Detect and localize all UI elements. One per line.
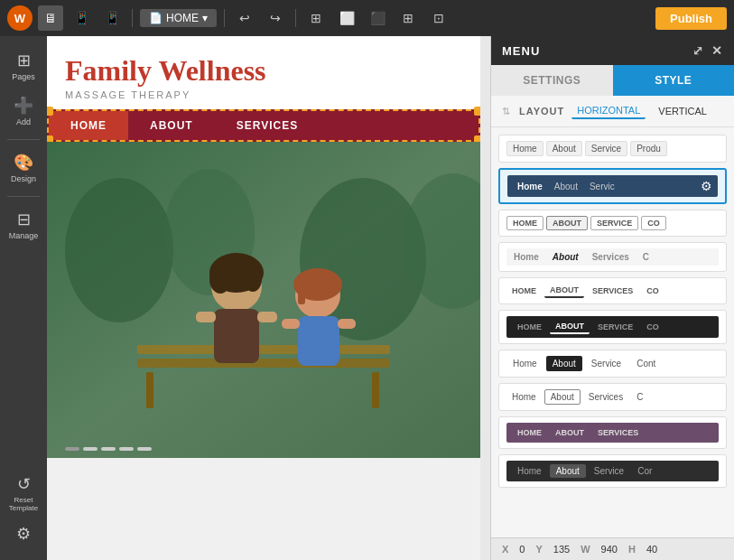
- dot-2[interactable]: [83, 447, 98, 451]
- style4-home: Home: [508, 250, 544, 264]
- style8-home: Home: [506, 390, 542, 404]
- style-option-1[interactable]: Home About Service Produ: [498, 135, 727, 163]
- sidebar-item-manage[interactable]: ⊟ Manage: [4, 204, 43, 246]
- publish-button[interactable]: Publish: [655, 7, 727, 30]
- sidebar-item-add[interactable]: ➕ Add: [4, 90, 43, 132]
- sidebar-item-pages[interactable]: ⊞ Pages: [4, 45, 43, 87]
- style-option-5[interactable]: HOME ABOUT SERVICES CO: [498, 277, 727, 304]
- navigation-bar[interactable]: ⊞ HOME ABOUT SERVICES: [47, 109, 480, 142]
- style8-about: About: [544, 389, 581, 405]
- mobile-view-icon[interactable]: 📱: [99, 5, 125, 31]
- fullscreen-icon[interactable]: ⊡: [426, 5, 451, 31]
- tab-style[interactable]: STYLE: [613, 65, 735, 96]
- layout-horizontal-option[interactable]: HORIZONTAL: [571, 103, 646, 119]
- style5-home: HOME: [506, 285, 542, 297]
- style-preview-9: HOME ABOUT SERVICES: [506, 423, 719, 443]
- style1-about: About: [546, 141, 582, 156]
- pages-icon[interactable]: ⊞: [303, 5, 329, 31]
- paste-icon[interactable]: ⬛: [365, 5, 390, 31]
- redo-icon[interactable]: ↪: [263, 5, 288, 31]
- svg-rect-20: [282, 319, 300, 329]
- dot-1[interactable]: [65, 447, 79, 451]
- dot-3[interactable]: [101, 447, 116, 451]
- style5-co: CO: [641, 285, 664, 297]
- settings-sidebar-icon: ⚙: [16, 524, 31, 544]
- style6-home: HOME: [512, 321, 547, 333]
- dot-4[interactable]: [119, 447, 134, 451]
- style6-nav: HOME ABOUT SERVICE CO: [512, 320, 713, 334]
- canvas-content: Family Wellness MASSAGE THERAPY ⊞ HOME A…: [47, 36, 480, 458]
- home-page-button[interactable]: 📄 HOME ▾: [140, 9, 217, 27]
- style9-nav: HOME ABOUT SERVICES: [512, 426, 713, 439]
- style2-home: Home: [513, 180, 547, 193]
- reset-sidebar-icon: ↺: [17, 474, 31, 494]
- style-option-10[interactable]: Home About Service Cor: [498, 454, 727, 488]
- copy-icon[interactable]: ⬜: [334, 5, 359, 31]
- manage-sidebar-icon: ⊟: [17, 210, 31, 229]
- gear-icon[interactable]: ⚙: [701, 179, 712, 193]
- sidebar-add-label: Add: [16, 117, 31, 126]
- style7-home: Home: [506, 356, 544, 371]
- style2-nav: Home About Servic: [513, 180, 698, 193]
- grid-icon[interactable]: ⊞: [395, 5, 421, 31]
- style-option-4[interactable]: Home About Services C: [498, 242, 727, 272]
- y-label: Y: [535, 544, 542, 555]
- sidebar-item-design[interactable]: 🎨 Design: [4, 147, 43, 189]
- site-header: Family Wellness MASSAGE THERAPY: [47, 36, 480, 109]
- svg-point-11: [209, 265, 231, 294]
- style-option-9[interactable]: HOME ABOUT SERVICES: [498, 416, 727, 449]
- sidebar-separator: [7, 139, 40, 140]
- svg-point-12: [244, 266, 262, 292]
- style-option-2[interactable]: Home About Servic ⚙: [498, 168, 727, 204]
- style6-about: ABOUT: [550, 320, 590, 334]
- style9-services: SERVICES: [592, 426, 644, 439]
- x-value: 0: [519, 544, 525, 555]
- app-logo[interactable]: W: [7, 5, 33, 31]
- site-title: Family Wellness: [65, 54, 462, 88]
- sidebar-item-reset[interactable]: ↺ ResetTemplate: [4, 469, 43, 518]
- style-preview-7: Home About Service Cont: [506, 356, 719, 371]
- undo-icon[interactable]: ↩: [232, 5, 257, 31]
- svg-rect-15: [257, 312, 277, 322]
- style-option-7[interactable]: Home About Service Cont: [498, 350, 727, 378]
- layout-vertical-option[interactable]: VERTICAL: [653, 104, 712, 118]
- divider-1: [132, 9, 133, 27]
- style-preview-1: Home About Service Produ: [506, 141, 719, 156]
- tab-settings[interactable]: SETTINGS: [491, 65, 613, 96]
- w-label: W: [581, 544, 590, 555]
- style4-about: About: [547, 250, 584, 264]
- desktop-view-icon[interactable]: 🖥: [38, 5, 63, 31]
- handle-tr: [474, 107, 480, 116]
- style-option-8[interactable]: Home About Services C: [498, 383, 727, 411]
- style4-services: Services: [587, 250, 635, 264]
- style-option-3[interactable]: HOME ABOUT SERVICE CO: [498, 210, 727, 237]
- style7-cont: Cont: [630, 356, 662, 371]
- layout-row: ⇅ LAYOUT HORIZONTAL VERTICAL: [491, 96, 734, 127]
- style5-services: SERVICES: [587, 285, 638, 297]
- nav-home[interactable]: HOME: [49, 111, 128, 140]
- style1-service: Service: [585, 141, 627, 156]
- tablet-view-icon[interactable]: 📱: [69, 5, 94, 31]
- style-preview-10: Home About Service Cor: [506, 461, 719, 481]
- h-label: H: [628, 544, 636, 555]
- nav-services[interactable]: SERVICES: [215, 111, 320, 140]
- style-preview-2: Home About Servic ⚙: [507, 175, 718, 197]
- expand-icon[interactable]: ⤢: [692, 43, 704, 58]
- h-value: 40: [646, 544, 657, 555]
- panel-tabs: SETTINGS STYLE: [491, 65, 734, 96]
- svg-rect-6: [137, 345, 390, 354]
- divider-2: [224, 9, 225, 27]
- close-icon[interactable]: ✕: [711, 43, 723, 58]
- nav-about[interactable]: ABOUT: [128, 111, 215, 140]
- page-icon: 📄: [149, 12, 163, 24]
- layout-label: LAYOUT: [519, 106, 564, 117]
- svg-rect-7: [146, 372, 153, 408]
- style-option-6[interactable]: HOME ABOUT SERVICE CO: [498, 310, 727, 344]
- sidebar-item-settings[interactable]: ⚙: [4, 518, 43, 551]
- sidebar-pages-label: Pages: [12, 72, 35, 81]
- style10-service: Service: [589, 464, 629, 478]
- sidebar-design-label: Design: [11, 174, 36, 183]
- dot-5[interactable]: [137, 447, 152, 451]
- style3-home: HOME: [506, 216, 544, 230]
- style-preview-6: HOME ABOUT SERVICE CO: [506, 316, 719, 338]
